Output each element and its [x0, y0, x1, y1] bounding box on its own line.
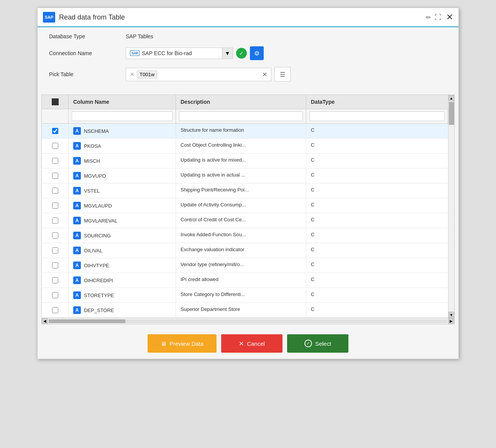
- row-datatype: C: [306, 168, 448, 183]
- row-column-name: AOIHVTYPE: [69, 258, 176, 273]
- column-name-text: MGVLAREVAL: [84, 218, 117, 224]
- scroll-up-button[interactable]: ▲: [448, 95, 455, 101]
- row-checkbox-cell: [42, 139, 69, 153]
- select-button[interactable]: ✓ Select: [287, 334, 348, 353]
- scroll-right-button[interactable]: ▶: [448, 318, 454, 324]
- table-row: ADEP_STORESuperior Department StoreC: [42, 303, 448, 318]
- main-dialog: SAP ✏ ⛶ ✕ Database Type SAP Tables Conne…: [37, 8, 459, 359]
- table-row: AOIHVTYPEVendor type (refinery/mill/o...…: [42, 258, 448, 273]
- filter-datatype-input[interactable]: [309, 111, 445, 121]
- title-bar: SAP ✏ ⛶ ✕: [38, 8, 458, 27]
- th-checkbox[interactable]: [42, 95, 69, 109]
- type-badge: A: [73, 291, 81, 299]
- scroll-left-button[interactable]: ◀: [42, 318, 48, 324]
- connection-dropdown-arrow[interactable]: ▼: [222, 48, 233, 59]
- preview-data-label: Preview Data: [169, 340, 204, 347]
- table-tag-close-icon[interactable]: ✕: [130, 71, 135, 77]
- table-clear-icon[interactable]: ✕: [262, 71, 267, 78]
- close-icon[interactable]: ✕: [446, 12, 453, 22]
- row-column-name: AOILIVAL: [69, 243, 176, 258]
- connection-field: SAP SAP ECC for Bio-rad ▼ ✓ ⚙: [126, 46, 264, 60]
- table-row: AOILIVALExchange valuation indicatorC: [42, 243, 448, 258]
- row-description: Shipping Point/Receiving Poi...: [176, 183, 306, 198]
- row-checkbox[interactable]: [52, 307, 58, 313]
- horizontal-scrollbar[interactable]: ◀ ▶: [42, 318, 454, 324]
- scroll-down-button[interactable]: ▼: [448, 312, 455, 318]
- row-checkbox[interactable]: [52, 232, 58, 239]
- row-description: Cost Object Controlling linki...: [176, 139, 306, 153]
- type-badge: A: [73, 262, 81, 269]
- type-badge: A: [73, 217, 81, 224]
- row-datatype: C: [306, 243, 448, 258]
- edit-icon[interactable]: ✏: [426, 14, 431, 21]
- cancel-x-icon: ✕: [239, 340, 244, 347]
- scroll-thumb[interactable]: [449, 102, 454, 125]
- column-name-text: MGVLAUPD: [84, 203, 112, 209]
- filter-row: [42, 109, 448, 124]
- pick-table-menu-button[interactable]: ☰: [274, 67, 291, 82]
- row-checkbox[interactable]: [52, 247, 58, 253]
- column-name-text: DEP_STORE: [84, 307, 114, 313]
- select-all-checkbox[interactable]: [52, 98, 59, 105]
- title-bar-actions: ⛶ ✕: [435, 12, 453, 22]
- title-input[interactable]: [59, 13, 422, 21]
- row-checkbox[interactable]: [52, 292, 58, 298]
- row-checkbox[interactable]: [52, 158, 58, 164]
- pick-table-label: Pick Table: [49, 71, 126, 77]
- type-badge: A: [73, 232, 81, 239]
- row-datatype: C: [306, 198, 448, 213]
- table-input-container[interactable]: ✕ T001w ✕: [126, 68, 271, 81]
- row-checkbox[interactable]: [52, 128, 58, 134]
- row-checkbox-cell: [42, 168, 69, 183]
- row-checkbox[interactable]: [52, 203, 58, 209]
- row-description: Update of Activity Consump...: [176, 198, 306, 213]
- select-label: Select: [315, 340, 331, 347]
- row-datatype: C: [306, 273, 448, 288]
- type-badge: A: [73, 187, 81, 195]
- row-column-name: ANSCHEMA: [69, 124, 176, 138]
- row-column-name: AMISCH: [69, 154, 176, 168]
- row-datatype: C: [306, 154, 448, 168]
- connection-dropdown[interactable]: SAP SAP ECC for Bio-rad ▼: [126, 47, 233, 59]
- row-column-name: AVSTEL: [69, 183, 176, 198]
- preview-data-button[interactable]: 🖥 Preview Data: [148, 334, 217, 353]
- row-checkbox-cell: [42, 124, 69, 138]
- maximize-icon[interactable]: ⛶: [435, 13, 442, 21]
- table-row: ASTORETYPEStore Category to Differenti..…: [42, 288, 448, 303]
- row-checkbox-cell: [42, 303, 69, 317]
- vertical-scrollbar[interactable]: ▲ ▼: [448, 95, 454, 318]
- filter-column-name-input[interactable]: [72, 111, 172, 121]
- row-description: Structure for name formation: [176, 124, 306, 138]
- row-column-name: AMGVUPD: [69, 168, 176, 183]
- database-type-label: Database Type: [49, 33, 126, 39]
- table-row: AMGVUPDUpdating is active in actual ...C: [42, 168, 448, 183]
- table-row: AMGVLAREVALControl of Credit of Cost Ce.…: [42, 213, 448, 228]
- filter-checkbox-cell: [42, 109, 69, 123]
- cancel-button[interactable]: ✕ Cancel: [221, 334, 282, 353]
- connection-name-text: SAP ECC for Bio-rad: [142, 50, 217, 56]
- connection-settings-button[interactable]: ⚙: [250, 46, 264, 60]
- h-scroll-thumb[interactable]: [49, 319, 125, 323]
- row-checkbox-cell: [42, 183, 69, 198]
- row-checkbox[interactable]: [52, 277, 58, 283]
- row-datatype: C: [306, 303, 448, 317]
- row-checkbox[interactable]: [52, 217, 58, 224]
- row-checkbox[interactable]: [52, 173, 58, 179]
- table-row: ASOURCINGInvoke Added-Function Sou...C: [42, 228, 448, 243]
- table-tag: T001w: [137, 70, 157, 78]
- th-description: Description: [176, 95, 306, 109]
- row-checkbox[interactable]: [52, 188, 58, 194]
- row-checkbox-cell: [42, 228, 69, 243]
- pick-table-field: ✕ T001w ✕ ☰: [126, 67, 291, 82]
- row-checkbox[interactable]: [52, 143, 58, 149]
- table-with-scroll: Column Name Description DataType: [42, 95, 454, 318]
- row-datatype: C: [306, 288, 448, 302]
- row-column-name: ASTORETYPE: [69, 288, 176, 302]
- filter-description-input[interactable]: [179, 111, 303, 121]
- column-name-text: NSCHEMA: [84, 128, 109, 134]
- row-checkbox[interactable]: [52, 262, 58, 268]
- row-column-name: AMGVLAUPD: [69, 198, 176, 213]
- row-datatype: C: [306, 228, 448, 243]
- row-column-name: AOIHCREDIPI: [69, 273, 176, 288]
- type-badge: A: [73, 142, 81, 150]
